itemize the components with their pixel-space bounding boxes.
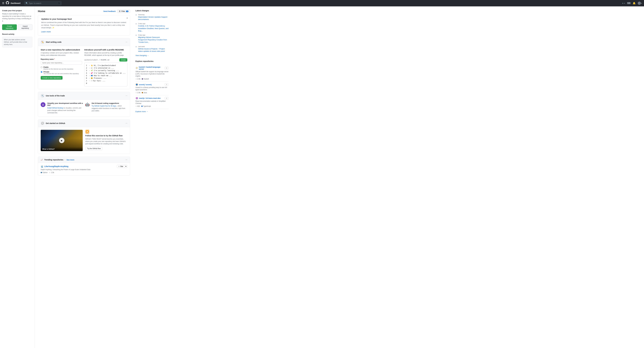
desktop-app-icon: 🖥 [41, 102, 46, 108]
explore-repo-name-1[interactable]: 🔵 assertj / assertj [136, 83, 152, 86]
banner-learn-more-link[interactable]: Learn more [41, 31, 51, 33]
changelog-time-1: 2 days ago [138, 23, 168, 24]
explore-lang-dot-0 [142, 78, 143, 80]
public-radio-desc: Anyone on the internet can see this repo… [44, 68, 73, 70]
explore-lang-1: Java [142, 92, 147, 94]
trending-section: 📈 Trending repositories · See more ··· 🌊… [38, 157, 130, 175]
explore-desc-1: AssertJ is a library providing easy to u… [136, 86, 168, 91]
explore-repo-icon-0: ⚡ [136, 67, 138, 69]
explore-item-header-1: 🔵 assertj / assertj ☆ [136, 83, 168, 86]
create-repository-button[interactable]: Create repository [2, 24, 17, 30]
view-changelog-link[interactable]: View changelog → [136, 55, 168, 56]
changelog-item-1: 2 days ago CodeQL 2.16: Python Dependenc… [136, 23, 168, 32]
changelog-time-0: Yesterday [138, 14, 168, 15]
install-desktop-link[interactable]: Install GitHub Desktop [47, 107, 63, 109]
video-play-button[interactable]: ▶ [59, 138, 64, 143]
see-more-link[interactable]: See more [66, 159, 74, 161]
try-github-flow-button[interactable]: Try the GitHub flow [85, 147, 102, 150]
changelog-link-1[interactable]: CodeQL 2.16: Python Dependency Installat… [138, 25, 168, 32]
changelog-link-2[interactable]: Migrating GitHub Classroom Assignment Re… [138, 36, 167, 43]
recent-activity-message: When you take actions across GitHub, we'… [2, 37, 32, 47]
readme-line-5: 5 - 📫 How to reach me ... [86, 74, 126, 77]
private-radio-item[interactable]: Private You choose who can see and commi… [41, 71, 82, 74]
python-lang-dot [41, 172, 42, 173]
video-label: What is GitHub? [41, 147, 83, 151]
trending-repo-avatar: 🌊 [41, 165, 43, 168]
filter-button[interactable]: ☰ Filter 8 [117, 9, 130, 13]
explore-lang-2: TypeScript [141, 105, 151, 107]
follow-desc: GitHub's "Hello World" tutorial teaches … [85, 138, 127, 145]
new-item-button[interactable]: ＋ ▾ [622, 1, 625, 5]
star-button[interactable]: ☆ Star [117, 165, 125, 168]
follow-title: Follow this exercise to try the GitHub f… [85, 135, 127, 137]
star-icon: ☆ [118, 166, 120, 167]
get-started-header: 💬 Get started on GitHub ··· [38, 120, 130, 127]
plus-chevron-icon: ▾ [624, 2, 625, 4]
explore-title: Explore repositories [136, 60, 168, 62]
ai-tool-card: 🤖 Get AI-based coding suggestions Try Gi… [85, 102, 127, 114]
try-copilot-link[interactable]: Try GitHub Copilot free for 30 days [92, 105, 116, 107]
private-radio-desc: You choose who can see and commit to thi… [44, 73, 79, 74]
explore-repo-name-2[interactable]: ⚛️ reactjs / zh-hans.react.dev [136, 97, 161, 100]
gui-tool-card: 🖥 Simplify your development workflow wit… [41, 102, 83, 114]
updates-banner: Updates to your homepage feed We've comb… [38, 15, 130, 35]
explore-meta-2: ☆ 822 TypeScript [136, 105, 168, 107]
search-bar[interactable]: 🔍 Type / to search / [24, 1, 62, 5]
inbox-button[interactable]: 🔔 [633, 2, 636, 5]
trending-stars: ☆ 2.5k [49, 172, 54, 174]
follow-exercise-card: 🔀 Follow this exercise to try the GitHub… [85, 130, 127, 151]
avatar-button[interactable]: ▾ [638, 1, 642, 5]
hamburger-icon[interactable]: ☰ [2, 2, 4, 5]
main-content: Home Send feedback ☰ Filter 8 Updates to… [35, 6, 133, 348]
create-new-repository-button[interactable]: Create a new repository [41, 76, 62, 80]
readme-line-2: 2 - 👀 I'm interested in ... [86, 67, 126, 69]
get-started-menu-icon[interactable]: ··· [126, 122, 127, 125]
changelog-link-3[interactable]: GitHub Issues & Projects – Project statu… [138, 48, 165, 52]
public-radio-input[interactable] [41, 66, 42, 68]
public-radio-item[interactable]: Public Anyone on the internet can see th… [41, 66, 82, 70]
explore-meta-1: ☆ 2.5k Java [136, 92, 168, 94]
required-indicator: * [54, 58, 55, 60]
write-code-section: ✏️ Start writing code ··· Start a new re… [38, 38, 130, 89]
trending-repo-meta: Python ☆ 2.5k [41, 172, 127, 174]
explore-star-button-1[interactable]: ☆ [165, 83, 168, 86]
write-code-header-left: ✏️ Start writing code [41, 40, 62, 44]
terminal-button[interactable]: ⌨ [627, 2, 630, 5]
explore-lang-dot-1 [142, 92, 143, 93]
what-is-github-video[interactable]: ▶ What is GitHub? [41, 130, 83, 151]
trending-repo-name[interactable]: 🌊 LiheYoung/Depth-Anything [41, 165, 68, 168]
changelog-link-0[interactable]: Dependabot Version Updates Support devco… [138, 16, 167, 20]
tools-menu-icon[interactable]: ··· [126, 95, 127, 97]
write-code-menu-icon[interactable]: ··· [126, 41, 127, 43]
send-feedback-link[interactable]: Send feedback [103, 10, 116, 12]
import-repository-button[interactable]: Import repository [18, 24, 32, 30]
explore-desc-2: React documentation website in Simplifie… [136, 100, 168, 105]
private-radio-input[interactable] [41, 71, 42, 73]
trending-title: Trending repositories [44, 159, 63, 161]
trending-menu-icon[interactable]: ··· [126, 159, 127, 161]
explore-more-link[interactable]: Explore more → [136, 111, 168, 113]
copilot-icon: 🤖 [85, 102, 90, 107]
repo-name-label: Repository name * [41, 58, 82, 60]
github-logo [6, 1, 9, 5]
repo-name-input[interactable] [41, 61, 82, 65]
changelog-time-3: Last week [138, 46, 168, 47]
recent-activity-section: Recent activity When you take actions ac… [2, 33, 32, 47]
changelog-time-2: 3 days ago [138, 34, 168, 36]
readme-create-button[interactable]: Create [119, 58, 127, 61]
explore-star-button-0[interactable]: ☆ [165, 67, 168, 69]
explore-star-button-2[interactable]: ☆ [165, 97, 168, 100]
changelog-item-2: 3 days ago Migrating GitHub Classroom As… [136, 34, 168, 43]
filter-count: 8 [126, 10, 128, 12]
star-button-group: ☆ Star ▾ [117, 165, 127, 168]
star-count-icon: ☆ [49, 172, 50, 174]
tools-body: 🖥 Simplify your development workflow wit… [38, 100, 130, 117]
explore-repo-icon-1: 🔵 [136, 83, 138, 86]
gui-tool-content: Simplify your development workflow with … [47, 102, 83, 114]
inbox-icon: 🔔 [633, 2, 636, 5]
header: ☰ Dashboard 🔍 Type / to search / ＋ ▾ ⌨ 🔔… [0, 0, 644, 6]
changelog-item-3: Last week GitHub Issues & Projects – Pro… [136, 46, 168, 52]
explore-repo-name-0[interactable]: ⚡ haskell / haskell-language-server [136, 66, 165, 70]
star-dropdown-button[interactable]: ▾ [125, 165, 127, 168]
banner-close-button[interactable]: × [126, 17, 128, 19]
